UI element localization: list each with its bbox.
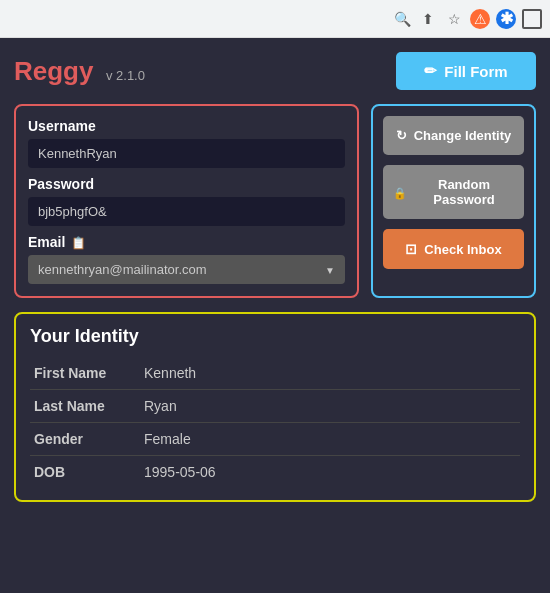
random-password-label: Random Password: [414, 177, 514, 207]
pencil-icon: [424, 62, 437, 80]
square-icon[interactable]: [522, 9, 542, 29]
email-select[interactable]: kennethryan@mailinator.com: [28, 255, 345, 284]
random-password-button[interactable]: Random Password: [383, 165, 524, 219]
username-label: Username: [28, 118, 345, 134]
username-input[interactable]: [28, 139, 345, 168]
field-key: First Name: [30, 357, 140, 390]
field-key: Gender: [30, 423, 140, 456]
lock-icon: [393, 185, 407, 200]
password-input[interactable]: [28, 197, 345, 226]
credentials-panel: Username Password Email kennethryan@mail…: [14, 104, 359, 298]
email-label: Email: [28, 234, 345, 250]
check-inbox-button[interactable]: Check Inbox: [383, 229, 524, 269]
puzzle-icon[interactable]: ✱: [496, 9, 516, 29]
share-icon[interactable]: ⬆: [418, 9, 438, 29]
table-row: Gender Female: [30, 423, 520, 456]
change-identity-label: Change Identity: [414, 128, 512, 143]
identity-table: First Name Kenneth Last Name Ryan Gender…: [30, 357, 520, 488]
table-row: Last Name Ryan: [30, 390, 520, 423]
search-icon[interactable]: 🔍: [392, 9, 412, 29]
inbox-icon: [405, 241, 417, 257]
fill-form-label: Fill Form: [444, 63, 507, 80]
password-label: Password: [28, 176, 345, 192]
refresh-icon: [396, 128, 407, 143]
app-title-group: Reggy v 2.1.0: [14, 56, 145, 87]
field-value: Female: [140, 423, 520, 456]
email-select-wrapper: kennethryan@mailinator.com: [28, 255, 345, 284]
field-value: Ryan: [140, 390, 520, 423]
header-row: Reggy v 2.1.0 Fill Form: [14, 52, 536, 90]
identity-title: Your Identity: [30, 326, 520, 347]
app-version: v 2.1.0: [106, 68, 145, 83]
browser-chrome: 🔍 ⬆ ☆ ⚠ ✱: [0, 0, 550, 38]
field-key: Last Name: [30, 390, 140, 423]
main-layout: Username Password Email kennethryan@mail…: [14, 104, 536, 298]
star-icon[interactable]: ☆: [444, 9, 464, 29]
fill-form-button[interactable]: Fill Form: [396, 52, 536, 90]
change-identity-button[interactable]: Change Identity: [383, 116, 524, 155]
app-title: Reggy: [14, 56, 93, 86]
warning-icon[interactable]: ⚠: [470, 9, 490, 29]
identity-panel: Your Identity First Name Kenneth Last Na…: [14, 312, 536, 502]
check-inbox-label: Check Inbox: [424, 242, 501, 257]
field-value: Kenneth: [140, 357, 520, 390]
table-row: DOB 1995-05-06: [30, 456, 520, 489]
field-value: 1995-05-06: [140, 456, 520, 489]
copy-icon[interactable]: [71, 234, 86, 250]
field-key: DOB: [30, 456, 140, 489]
actions-panel: Change Identity Random Password Check In…: [371, 104, 536, 298]
popup-body: Reggy v 2.1.0 Fill Form Username Passwor…: [0, 38, 550, 593]
table-row: First Name Kenneth: [30, 357, 520, 390]
